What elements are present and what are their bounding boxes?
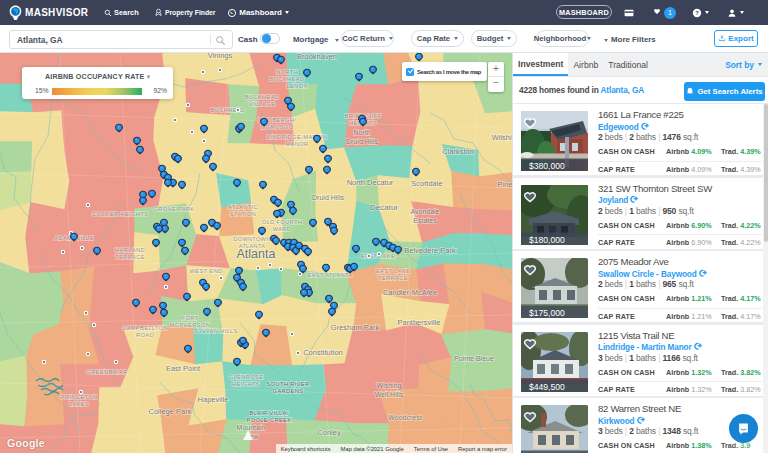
svg-text:Druid Hills: Druid Hills — [312, 194, 344, 201]
svg-text:PRINCETON: PRINCETON — [61, 394, 98, 400]
svg-text:?: ? — [695, 10, 699, 16]
svg-text:Candler-McAfee: Candler-McAfee — [383, 288, 437, 297]
svg-text:North: North — [353, 129, 370, 136]
svg-text:MANOR: MANOR — [285, 141, 308, 147]
svg-text:College Park: College Park — [149, 407, 192, 416]
svg-text:Estates: Estates — [413, 217, 437, 224]
svg-text:TERRACE: TERRACE — [115, 254, 145, 260]
svg-text:DOWNTOWN: DOWNTOWN — [233, 236, 270, 242]
svg-text:$175,000: $175,000 — [529, 308, 565, 318]
svg-text:VILLAGE: VILLAGE — [249, 101, 275, 107]
svg-text:Wilshire: Wilshire — [492, 133, 512, 142]
svg-text:HEIGHTS: HEIGHTS — [232, 381, 260, 387]
svg-text:Well Hills: Well Hills — [375, 391, 404, 398]
svg-text:POOLE CREEK: POOLE CREEK — [247, 417, 292, 423]
svg-text:$180,000: $180,000 — [529, 234, 565, 244]
svg-text:Scottdale: Scottdale — [411, 179, 442, 188]
svg-text:HARLAND: HARLAND — [115, 247, 145, 253]
svg-text:SOUTH RIVER: SOUTH RIVER — [267, 381, 310, 387]
svg-text:LENOX: LENOX — [286, 83, 307, 89]
svg-text:WARD: WARD — [273, 226, 292, 232]
svg-text:Belvedere Park: Belvedere Park — [404, 246, 456, 255]
svg-text:SYLVAN HILLS: SYLVAN HILLS — [194, 328, 237, 334]
svg-text:Gresham Park: Gresham Park — [331, 323, 380, 332]
svg-text:ROAD: ROAD — [136, 332, 154, 338]
svg-text:East Point: East Point — [166, 364, 201, 373]
svg-text:TERRACE: TERRACE — [378, 275, 408, 281]
svg-text:BUCKHEAD: BUCKHEAD — [245, 94, 280, 100]
svg-text:$380,000: $380,000 — [529, 161, 565, 171]
svg-text:Clarkston: Clarkston — [442, 147, 474, 156]
svg-text:CAMPBELLTON: CAMPBELLTON — [122, 325, 168, 331]
svg-text:GARDENS: GARDENS — [273, 388, 304, 394]
svg-text:NORTH: NORTH — [276, 69, 298, 75]
svg-text:$449,500: $449,500 — [529, 381, 565, 391]
svg-text:Woodcrest: Woodcrest — [388, 414, 421, 421]
svg-text:Pointe Bleue: Pointe Bleue — [454, 355, 494, 362]
svg-text:STATION: STATION — [230, 211, 256, 217]
svg-text:EAST ATLANTA: EAST ATLANTA — [307, 272, 352, 278]
svg-text:OLD FOURTH: OLD FOURTH — [262, 219, 303, 225]
svg-text:ATLANTA: ATLANTA — [239, 243, 265, 249]
svg-text:BUCKHEAD: BUCKHEAD — [270, 76, 305, 82]
svg-text:Wishing: Wishing — [377, 382, 402, 390]
svg-text:FORT: FORT — [182, 315, 199, 321]
svg-text:Mountain: Mountain — [237, 424, 266, 431]
svg-text:GLENROSE: GLENROSE — [229, 374, 264, 380]
svg-text:COLLIER HEIGHTS: COLLIER HEIGHTS — [92, 211, 149, 217]
svg-text:BLAIR VILLA/: BLAIR VILLA/ — [249, 410, 288, 416]
svg-text:GROVE PARK: GROVE PARK — [154, 206, 195, 212]
svg-text:Avondale: Avondale — [410, 208, 439, 215]
svg-text:Druid Hills: Druid Hills — [346, 138, 378, 145]
svg-text:Hapeville: Hapeville — [198, 395, 229, 404]
svg-text:ATLANTIC: ATLANTIC — [228, 204, 258, 210]
svg-text:Conley: Conley — [317, 428, 341, 437]
svg-text:Decatur: Decatur — [370, 203, 398, 212]
svg-text:GREENBRIAR: GREENBRIAR — [86, 369, 127, 375]
svg-text:LAKES: LAKES — [69, 401, 89, 407]
svg-text:EAST LAKE: EAST LAKE — [376, 268, 410, 274]
svg-text:Pine L: Pine L — [497, 180, 512, 189]
svg-text:North Decatur: North Decatur — [347, 178, 394, 187]
svg-text:Vinings: Vinings — [208, 53, 233, 60]
svg-text:WEST END: WEST END — [190, 268, 223, 274]
svg-text:Panthersville: Panthersville — [398, 318, 441, 327]
svg-text:Brookhaven: Brookhaven — [297, 53, 337, 61]
svg-text:Constitution: Constitution — [303, 348, 343, 357]
